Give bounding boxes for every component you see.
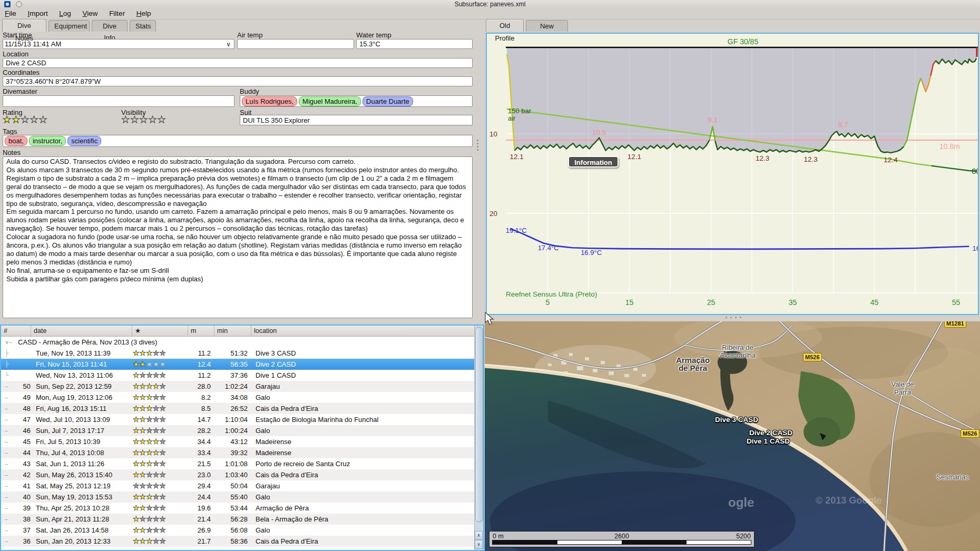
star-icon: ★ (159, 459, 166, 468)
trip-header-row[interactable]: ∨–CASD - Armação de Pêra, Nov 2013 (3 di… (1, 337, 483, 348)
dive-marker-label-3[interactable]: Dive 3 CASD (708, 416, 766, 424)
tab-old-profile[interactable]: Old Profile (486, 19, 524, 32)
dive-row[interactable]: –45Fri, Jul 5, 2013 10:39★★★★★34.443:12M… (1, 436, 483, 447)
dive-row[interactable]: –49Mon, Aug 19, 2013 12:06★★★★★8.234:08G… (1, 392, 483, 403)
tab-dive-info[interactable]: Dive Info (92, 20, 128, 32)
menu-filter[interactable]: Filter (104, 8, 130, 19)
star-icon: ★ (140, 526, 146, 534)
dive-profile-panel[interactable]: 10.8m19.1°C17.4°C16.9°C16150 barair8012.… (486, 33, 979, 315)
dive-row[interactable]: ├Fri, Nov 15, 2013 11:41★★★★★12.456:35Di… (1, 359, 483, 370)
buddy-pill: Duarte Duarte (362, 96, 413, 106)
star-icon: ★ (133, 393, 140, 401)
star-icon: ★ (146, 459, 153, 468)
star-icon: ★ (133, 415, 140, 424)
star-icon: ★ (140, 426, 146, 435)
vertical-splitter-handle[interactable] (477, 138, 479, 152)
menu-help[interactable]: Help (132, 8, 156, 19)
svg-text:10.5: 10.5 (592, 129, 606, 136)
column-date[interactable]: date (31, 326, 132, 336)
svg-text:12.4: 12.4 (884, 156, 898, 164)
tab-stats[interactable]: Stats (130, 20, 156, 32)
svg-text:GF 30/85: GF 30/85 (728, 37, 759, 46)
dive-row[interactable]: –39Thu, Apr 25, 2013 10:28★★★★★19.653:44… (1, 503, 483, 514)
svg-text:15: 15 (625, 298, 634, 307)
dive-row[interactable]: –40Sun, May 19, 2013 15:53★★★★★24.455:40… (1, 491, 483, 503)
suit-field[interactable] (240, 115, 473, 125)
menu-log[interactable]: Log (54, 8, 76, 19)
star-icon: ★ (12, 114, 21, 125)
star-icon: ★ (146, 537, 153, 545)
buddy-pill: Luís Rodrigues, (242, 96, 297, 106)
column-duration[interactable]: min (214, 326, 251, 336)
dive-row[interactable]: –41Sat, May 25, 2013 12:19★★★★★29.450:04… (1, 480, 483, 491)
svg-text:25: 25 (707, 298, 716, 307)
menu-view[interactable]: View (77, 8, 102, 19)
dive-marker-label-1[interactable]: Dive 1 CASD (739, 437, 797, 445)
buddy-label: Buddy (240, 87, 259, 95)
dive-row[interactable]: –43Sat, Jun 1, 2013 11:26★★★★★21.51:01:0… (1, 458, 483, 469)
dive-list[interactable]: # date ★ m min location ∨–CASD - Armação… (0, 324, 484, 551)
dive-row[interactable]: –36Sun, Jan 20, 2013 12:33★★★★★21.758:36… (1, 536, 483, 547)
dive-profile-chart: 10.8m19.1°C17.4°C16.9°C16150 barair8012.… (487, 34, 978, 314)
tab-dive-notes[interactable]: Dive Notes (2, 19, 46, 32)
tab-new-profile[interactable]: New Profile (526, 20, 568, 32)
star-icon: ★ (133, 526, 140, 534)
tags-field[interactable]: boat, instructor, scientific (3, 135, 473, 147)
dive-row[interactable]: –50Sun, Sep 22, 2013 12:59★★★★★28.01:02:… (1, 381, 483, 392)
dive-row[interactable]: –46Sun, Jul 7, 2013 17:17★★★★★28.21:00:2… (1, 425, 483, 436)
tag-pill: scientific (67, 136, 101, 146)
column-location[interactable]: location (251, 326, 483, 336)
svg-text:16: 16 (973, 244, 978, 252)
road-badge-m1281: M1281 (944, 321, 966, 328)
coordinates-field[interactable] (3, 76, 473, 86)
star-icon: ★ (153, 415, 160, 424)
dive-row[interactable]: –44Thu, Jul 4, 2013 10:08★★★★★33.439:32M… (1, 447, 483, 458)
location-field[interactable] (3, 58, 473, 68)
divemaster-field[interactable] (3, 95, 234, 107)
chevron-down-icon[interactable]: ∨ (226, 41, 231, 48)
dive-row[interactable]: –48Fri, Aug 16, 2013 15:11★★★★★8.526:52C… (1, 403, 483, 414)
notes-field[interactable]: Aula do curso CASD. Transectos c/video e… (3, 156, 473, 318)
dive-row[interactable]: –42Sun, May 26, 2013 15:40★★★★★23.01:03:… (1, 469, 483, 480)
star-icon: ★ (140, 459, 146, 468)
svg-text:55: 55 (952, 298, 961, 307)
start-time-combobox[interactable]: 11/15/13 11:41 AM ∨ (3, 39, 234, 49)
dive-list-scrollbar[interactable]: ∧ ∨ (474, 326, 483, 550)
air-temp-field[interactable] (237, 39, 354, 49)
column-depth[interactable]: m (188, 326, 214, 336)
dive-marker-label-2[interactable]: Dive 2 CASD (742, 429, 800, 437)
dive-row[interactable]: –37Sat, Jan 26, 2013 14:58★★★★★26.956:08… (1, 525, 483, 536)
svg-text:80: 80 (972, 167, 978, 175)
star-icon: ★ (159, 349, 166, 357)
tab-equipment[interactable]: Equipment (48, 20, 90, 32)
divemaster-label: Divemaster (3, 87, 37, 95)
dive-row[interactable]: └Wed, Nov 13, 2013 11:06★★★★★11.237:36Di… (1, 370, 483, 381)
horizontal-splitter-handle[interactable] (724, 317, 743, 319)
column-number[interactable]: # (1, 326, 31, 336)
dive-row[interactable]: –47Wed, Jul 10, 2013 13:09★★★★★14.71:10:… (1, 414, 483, 425)
dive-site-map[interactable]: Armação de Pêra Ribeira de Alcantarilha … (485, 321, 980, 551)
star-icon: ★ (159, 426, 166, 435)
menu-import[interactable]: Import (23, 8, 52, 19)
scroll-down-button[interactable]: ∨ (475, 540, 483, 549)
menu-file[interactable]: File (0, 8, 21, 19)
star-icon: ★ (146, 349, 153, 357)
star-icon: ★ (133, 481, 140, 490)
scrollbar-thumb[interactable] (475, 327, 483, 522)
title-bar[interactable]: Subsurface: paneves.xml (0, 0, 980, 8)
column-rating[interactable]: ★ (132, 326, 188, 336)
dive-row[interactable]: –38Sun, Apr 21, 2013 11:28★★★★★21.456:28… (1, 514, 483, 525)
star-icon: ★ (146, 371, 153, 379)
information-tooltip[interactable]: Information (568, 156, 619, 168)
dive-list-header[interactable]: # date ★ m min location (1, 326, 483, 337)
scroll-up-button[interactable]: ∧ (475, 531, 483, 540)
water-temp-field[interactable] (356, 39, 473, 49)
star-icon: ★ (133, 515, 140, 523)
star-icon: ★ (133, 404, 140, 412)
visibility-stars[interactable]: ★★★★★ (121, 114, 166, 125)
svg-text:10.8m: 10.8m (939, 142, 960, 151)
dive-row[interactable]: ├Tue, Nov 19, 2013 11:39★★★★★11.251:32Di… (1, 348, 483, 359)
buddy-field[interactable]: Luís Rodrigues, Miguel Madureira, Duarte… (240, 95, 473, 107)
rating-stars[interactable]: ★★★★★ (3, 114, 48, 125)
star-icon: ★ (139, 114, 148, 125)
